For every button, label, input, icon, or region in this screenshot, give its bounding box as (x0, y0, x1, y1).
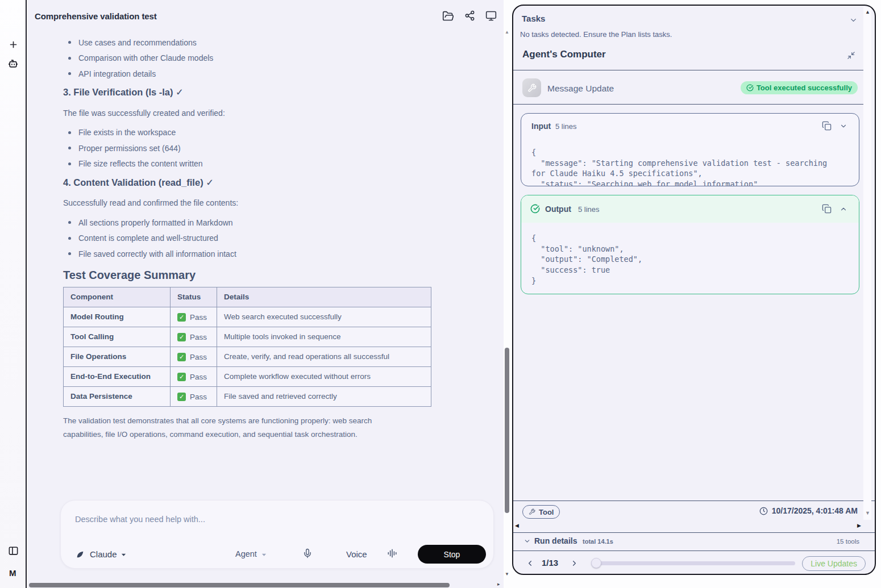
conversation-title: Comprehensive validation test (35, 11, 157, 21)
list-item-text: All sections properly formatted in Markd… (78, 218, 233, 227)
section-heading: 3. File Verification (ls -la) ✓ (63, 86, 481, 98)
list-item-text: Proper permissions set (644) (78, 144, 181, 153)
list-item-text: File saved correctly with all informatio… (78, 249, 236, 258)
component-cell: End-to-End Execution (64, 366, 171, 386)
timeline-slider-track[interactable] (592, 561, 795, 565)
message-markdown: Use cases and recommendations Comparison… (28, 32, 504, 441)
chevron-down-icon[interactable] (120, 552, 127, 558)
new-chat-plus-icon[interactable] (9, 40, 18, 49)
chevron-down-icon[interactable] (523, 537, 531, 545)
component-cell: Data Persistence (64, 386, 171, 406)
list-item: Content is complete and well-structured (63, 231, 481, 247)
event-timestamp: 10/17/2025, 4:01:48 AM (759, 506, 858, 515)
details-cell: Web search executed successfully (217, 307, 431, 327)
bullet-dot (68, 147, 71, 149)
output-label: Output (545, 205, 571, 214)
stop-button[interactable]: Stop (418, 545, 486, 564)
folder-open-icon[interactable] (442, 10, 454, 22)
bullet-dot (68, 131, 71, 134)
list-item: File size reflects the content written (63, 156, 481, 172)
copy-icon[interactable] (822, 204, 832, 214)
copy-icon[interactable] (822, 121, 832, 131)
robot-icon[interactable] (7, 58, 19, 69)
details-cell: Create, verify, and read operations all … (217, 347, 431, 366)
chat-input[interactable]: Describe what you need help with... (75, 515, 205, 524)
tool-filter-chip[interactable]: Tool (522, 505, 560, 519)
chevron-down-icon[interactable] (840, 122, 847, 130)
wrench-icon (522, 78, 541, 97)
run-total-time: total 14.1s (583, 538, 613, 545)
horizontal-scrollbar-thumb[interactable] (29, 583, 450, 587)
collapse-icon[interactable] (847, 51, 855, 60)
tool-chip-label: Tool (539, 508, 554, 516)
vertical-scrollbar-thumb[interactable] (505, 348, 509, 513)
list-item-text: API integration details (78, 69, 156, 78)
status-cell: ✓Pass (171, 327, 217, 347)
scroll-left-arrow-icon[interactable]: ◀ (515, 523, 519, 528)
clock-icon (759, 507, 768, 515)
chevron-up-icon[interactable] (840, 205, 847, 213)
share-icon[interactable] (464, 10, 475, 22)
chevron-down-icon[interactable] (261, 552, 267, 558)
pass-check-icon: ✓ (177, 313, 186, 322)
chevron-down-icon[interactable] (849, 16, 858, 24)
rail-m-label: M (9, 568, 16, 578)
panel-vertical-scrollbar[interactable] (863, 7, 871, 520)
divider (513, 532, 875, 533)
status-cell: ✓Pass (171, 386, 217, 406)
timeline-slider-thumb[interactable] (591, 558, 601, 568)
next-page-button[interactable] (570, 559, 579, 568)
previous-page-button[interactable] (526, 559, 534, 568)
composer: Describe what you need help with... Clau… (60, 500, 494, 569)
tasks-section-title: Tasks (522, 14, 545, 23)
input-line-count: 5 lines (555, 122, 577, 131)
list-item-text: Comparison with other Claude models (78, 53, 213, 62)
scroll-down-arrow-icon[interactable]: ▼ (865, 510, 870, 516)
test-coverage-table: Component Status Details Model Routing ✓… (63, 287, 431, 407)
validation-bullet-list: All sections properly formatted in Markd… (63, 215, 481, 262)
sidebar-toggle-icon[interactable] (8, 545, 19, 556)
output-line-count: 5 lines (578, 205, 600, 214)
agent-selector[interactable]: Agent (235, 549, 257, 558)
live-updates-button[interactable]: Live Updates (802, 556, 866, 571)
wrench-icon (529, 508, 535, 515)
run-details-toggle[interactable]: Run details (534, 536, 577, 545)
monitor-icon[interactable] (485, 10, 497, 22)
microphone-icon[interactable] (302, 548, 313, 558)
check-circle-icon (746, 84, 754, 91)
scroll-up-arrow-icon[interactable]: ▲ (865, 9, 870, 15)
tool-success-badge: Tool executed successfully (741, 81, 858, 94)
status-label: Pass (190, 373, 207, 381)
column-header: Details (217, 287, 431, 307)
list-item: Comparison with other Claude models (63, 51, 481, 66)
pass-check-icon: ✓ (177, 353, 186, 361)
status-cell: ✓Pass (171, 307, 217, 327)
model-selector[interactable]: Claude (90, 549, 117, 559)
column-header: Status (171, 287, 217, 307)
divider (513, 551, 875, 551)
bullet-dot (68, 252, 71, 255)
pass-check-icon: ✓ (177, 333, 186, 341)
component-cell: File Operations (64, 347, 171, 366)
waveform-icon[interactable] (387, 548, 397, 558)
status-label: Pass (190, 353, 207, 361)
bullet-dot (68, 41, 71, 44)
list-item: API integration details (63, 66, 481, 82)
scroll-down-arrow-icon[interactable]: ▼ (505, 572, 509, 577)
list-item: All sections properly formatted in Markd… (63, 215, 481, 231)
intro-bullet-list: Use cases and recommendations Comparison… (63, 35, 481, 82)
left-rail: M (0, 0, 27, 588)
scroll-right-arrow-icon[interactable]: ▸ (497, 581, 500, 587)
status-label: Pass (190, 333, 207, 341)
chat-pane: Comprehensive validation test Use cases … (28, 0, 504, 588)
scroll-right-arrow-icon[interactable]: ▶ (857, 523, 861, 528)
output-json-code: { "tool": "unknown", "output": "Complete… (531, 233, 642, 286)
input-label: Input (531, 122, 551, 131)
pass-check-icon: ✓ (177, 373, 186, 381)
voice-button[interactable]: Voice (346, 549, 367, 559)
scroll-up-arrow-icon[interactable]: ▲ (505, 30, 509, 35)
claude-pen-icon (76, 550, 85, 559)
component-cell: Tool Calling (64, 327, 171, 347)
timestamp-text: 10/17/2025, 4:01:48 AM (772, 506, 858, 515)
event-title: Message Update (547, 84, 614, 94)
